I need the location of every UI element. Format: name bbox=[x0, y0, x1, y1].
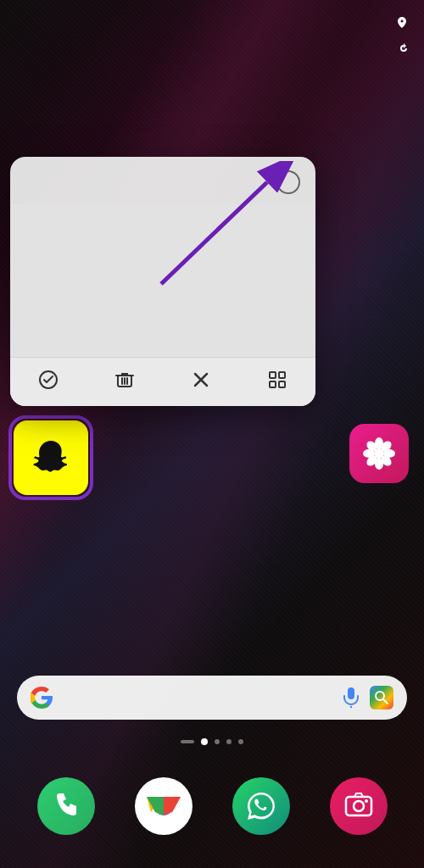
bottom-dock bbox=[17, 768, 407, 844]
phone-handset-icon bbox=[51, 791, 81, 821]
page-indicator-0 bbox=[181, 740, 194, 743]
snapchat-app-icon-selected[interactable] bbox=[8, 415, 93, 500]
search-mic-icon[interactable] bbox=[341, 687, 361, 708]
svg-line-25 bbox=[383, 699, 388, 704]
gallery-flower-icon bbox=[362, 437, 396, 470]
uninstall-icon bbox=[189, 368, 213, 392]
chrome-logo-icon bbox=[144, 787, 183, 826]
context-menu-header bbox=[10, 157, 315, 204]
gallery-app-icon-wrapper[interactable] bbox=[349, 424, 409, 487]
widgets-icon bbox=[265, 368, 289, 392]
svg-rect-29 bbox=[346, 797, 371, 815]
page-indicator-1 bbox=[201, 738, 208, 745]
search-bar[interactable] bbox=[17, 676, 407, 720]
page-indicator-2 bbox=[215, 739, 220, 744]
svg-rect-10 bbox=[270, 381, 276, 387]
action-widgets[interactable] bbox=[239, 358, 315, 406]
weather-range bbox=[397, 28, 409, 40]
info-icon-button[interactable] bbox=[276, 170, 300, 194]
location-pin-icon bbox=[398, 17, 406, 28]
context-menu-actions bbox=[10, 357, 315, 406]
snapchat-icon bbox=[14, 420, 88, 495]
weather-widget bbox=[397, 17, 409, 53]
svg-point-31 bbox=[365, 799, 368, 803]
gallery-icon bbox=[349, 424, 409, 483]
trash-icon bbox=[113, 368, 137, 392]
svg-rect-9 bbox=[279, 372, 285, 378]
action-remove[interactable] bbox=[86, 358, 163, 406]
whatsapp-logo-icon bbox=[245, 790, 277, 822]
camera-icon bbox=[343, 791, 374, 821]
page-indicators bbox=[0, 738, 424, 745]
context-menu-popup bbox=[10, 157, 315, 406]
page-indicator-3 bbox=[226, 739, 232, 744]
dock-camera-icon[interactable] bbox=[330, 777, 388, 835]
search-lens-icon[interactable] bbox=[370, 686, 393, 709]
svg-rect-22 bbox=[348, 687, 354, 699]
action-uninstall[interactable] bbox=[163, 358, 239, 406]
dock-phone-icon[interactable] bbox=[37, 777, 95, 835]
weather-time bbox=[397, 42, 409, 53]
status-bar bbox=[17, 10, 407, 12]
context-menu-body bbox=[10, 204, 315, 357]
dock-whatsapp-icon[interactable] bbox=[232, 777, 290, 835]
snapchat-ghost-icon bbox=[29, 436, 73, 480]
dock-chrome-icon[interactable] bbox=[135, 777, 192, 835]
google-g-icon bbox=[31, 687, 53, 709]
refresh-icon bbox=[399, 43, 409, 53]
action-select[interactable] bbox=[10, 358, 86, 406]
page-indicator-4 bbox=[238, 739, 243, 744]
svg-point-30 bbox=[354, 801, 364, 811]
svg-rect-8 bbox=[270, 372, 276, 378]
weather-location bbox=[397, 17, 409, 28]
select-icon bbox=[36, 368, 60, 392]
svg-rect-11 bbox=[279, 381, 285, 387]
